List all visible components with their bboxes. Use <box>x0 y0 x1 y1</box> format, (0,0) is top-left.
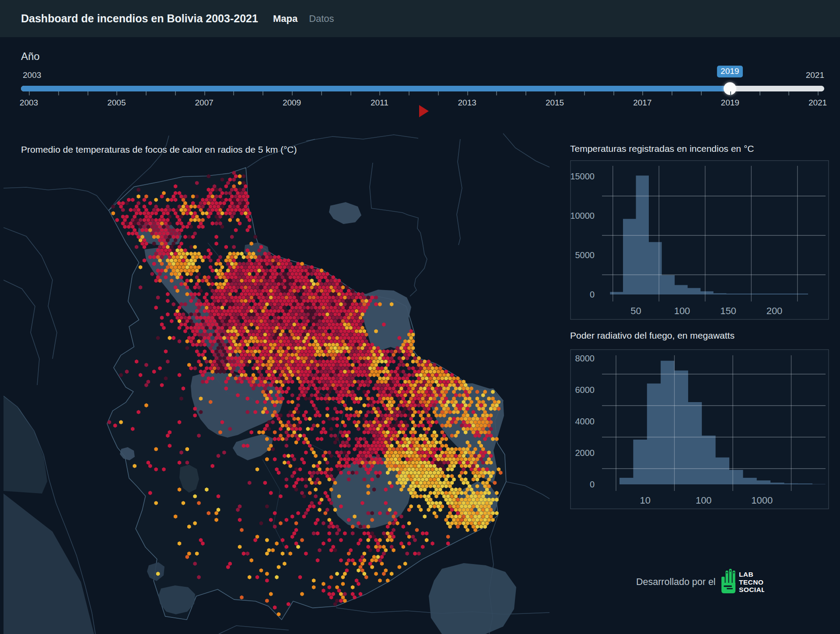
slider-year-label: 2013 <box>458 98 476 108</box>
slider-tick <box>788 91 789 95</box>
year-slider-label: Año <box>21 50 40 63</box>
neighbor-border-line <box>503 133 550 167</box>
slider-tick <box>438 91 439 95</box>
slider-year-label: 2019 <box>721 98 739 108</box>
slider-year-label: 2021 <box>808 98 827 108</box>
slider-tick <box>146 91 147 95</box>
ocean-area <box>4 494 94 634</box>
slider-tick <box>292 91 293 95</box>
slider-year-label: 2009 <box>283 98 301 108</box>
slider-tick <box>496 91 497 95</box>
y-axis-label: 0 <box>590 480 595 489</box>
y-axis-label: 0 <box>590 290 595 299</box>
year-slider-max-label: 2021 <box>806 70 824 80</box>
histogram-charts: 0500010000150005010015020002000400060008… <box>564 149 836 516</box>
slider-tick <box>262 91 263 95</box>
slider-tick <box>175 91 176 95</box>
ocean-area <box>4 396 47 494</box>
slider-tick <box>818 91 819 95</box>
x-axis-label: 100 <box>696 495 712 506</box>
slider-year-label: 2011 <box>371 98 388 108</box>
footer-credit: Desarrollado por el LABTECNOSOCIAL <box>636 568 764 596</box>
slider-tick <box>29 91 30 95</box>
neighbor-border-line <box>4 187 108 210</box>
slider-year-label: 2017 <box>633 98 651 108</box>
slider-year-label: 2015 <box>546 98 564 108</box>
neighbor-border-line <box>370 163 427 296</box>
y-axis-label: 2000 <box>575 448 595 458</box>
slider-tick <box>350 91 351 95</box>
y-axis-label: 5000 <box>575 250 595 260</box>
year-slider-min-label: 2003 <box>23 70 41 80</box>
header-bar: Dashboard de incendios en Bolivia 2003-2… <box>0 0 840 37</box>
y-axis-label: 6000 <box>575 385 595 395</box>
slider-tick <box>58 91 59 95</box>
year-slider-tooltip: 2019 <box>717 66 742 77</box>
page-title: Dashboard de incendios en Bolivia 2003-2… <box>21 12 258 25</box>
logo-text-line: LAB <box>739 571 753 578</box>
slider-tick <box>467 91 468 95</box>
y-axis-label: 15000 <box>570 172 595 181</box>
neighbor-border-line <box>4 280 39 385</box>
tab-datos[interactable]: Datos <box>309 13 334 25</box>
chart-panel <box>570 161 829 319</box>
slider-tick <box>116 91 117 95</box>
dashboard-root: Dashboard de incendios en Bolivia 2003-2… <box>0 0 840 634</box>
slider-tick <box>409 91 410 95</box>
slider-year-label: 2003 <box>20 98 38 108</box>
neighbor-border-line <box>506 482 550 499</box>
slider-tick <box>555 91 556 95</box>
x-axis-label: 50 <box>630 305 641 316</box>
slider-tick <box>233 91 234 95</box>
slider-tick <box>525 91 526 95</box>
slider-tick <box>730 91 731 95</box>
lab-tecno-social-logo[interactable]: LABTECNOSOCIAL <box>720 568 764 596</box>
slider-tick <box>642 91 643 95</box>
logo-text-line: TECNO <box>739 578 763 586</box>
year-slider-rail[interactable]: 2019 <box>21 86 824 91</box>
slider-tick <box>321 91 322 95</box>
x-axis-label: 100 <box>674 305 690 316</box>
neighbor-border-line <box>219 626 289 634</box>
bolivia-hexbin-map[interactable] <box>4 131 551 634</box>
neighbor-border-line <box>306 135 418 141</box>
footer-text: Desarrollado por el <box>636 577 716 588</box>
logo-text-line: SOCIAL <box>739 586 764 593</box>
land-patch <box>329 202 361 224</box>
slider-tick <box>701 91 702 95</box>
y-axis-label: 8000 <box>575 354 595 363</box>
slider-tick <box>204 91 205 95</box>
hand-icon <box>721 569 735 593</box>
neighbor-border-line <box>4 228 57 359</box>
land-patch <box>429 563 516 634</box>
slider-tick <box>760 91 760 95</box>
play-button[interactable] <box>419 105 429 117</box>
x-axis-label: 150 <box>720 305 736 316</box>
x-axis-label: 10 <box>640 495 651 506</box>
tab-mapa[interactable]: Mapa <box>273 13 298 25</box>
neighbor-border-line <box>247 139 315 168</box>
slider-tick <box>672 91 672 95</box>
slider-year-label: 2007 <box>195 98 214 108</box>
y-axis-label: 10000 <box>570 211 595 221</box>
x-axis-label: 1000 <box>751 495 773 506</box>
year-slider-track-fill <box>21 86 730 91</box>
slider-tick <box>613 91 614 95</box>
y-axis-label: 4000 <box>575 417 595 426</box>
x-axis-label: 200 <box>766 305 783 316</box>
slider-tick <box>584 91 585 95</box>
slider-tick <box>379 91 380 95</box>
neighbor-border-line <box>457 139 462 245</box>
slider-tick <box>88 91 88 95</box>
slider-year-label: 2005 <box>107 98 126 108</box>
tab-bar: Mapa Datos <box>273 13 334 25</box>
